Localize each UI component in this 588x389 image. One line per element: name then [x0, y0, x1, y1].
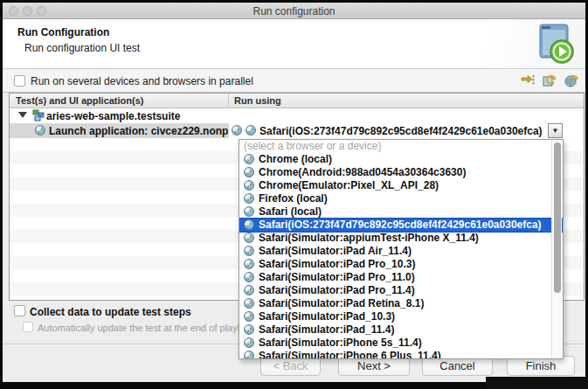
dropdown-option[interactable]: Safari(Simulator:iPhone 5s_11.4): [239, 337, 563, 350]
dropdown-option[interactable]: Safari(iOS:273f47d79c892c95cd8ef4f2429c6…: [239, 219, 563, 232]
dropdown-option[interactable]: Safari(Simulator:iPad Retina_8.1): [239, 297, 563, 310]
dropdown-option-label: Safari(Simulator:appiumTest-iPhone X_11.…: [259, 232, 479, 244]
dropdown-placeholder-option[interactable]: (select a browser or a device): [239, 140, 563, 153]
refresh-browser-icon[interactable]: [564, 73, 578, 87]
dropdown-option[interactable]: Safari(Simulator:iPad Air_11.4): [239, 245, 563, 258]
dropdown-option-label: Safari(Simulator:iPad Pro_11.4): [259, 284, 415, 296]
dropdown-option-label: Firefox (local): [259, 192, 328, 205]
scrollbar-thumb[interactable]: [554, 142, 561, 293]
dropdown-option[interactable]: Safari(Simulator:appiumTest-iPhone X_11.…: [239, 232, 563, 245]
run-using-combobox[interactable]: Safari(iOS:273f47d79c892c95cd8ef4f2429c6…: [229, 123, 584, 138]
dropdown-option-label: Safari(Simulator:iPad Air_11.4): [259, 245, 412, 257]
dropdown-option-label: Safari(Simulator:iPad Retina_8.1): [259, 297, 424, 309]
dropdown-option-label: Safari(Simulator:iPhone 5s_11.4): [259, 337, 422, 349]
globe-icon: [244, 154, 254, 164]
globe-icon: [244, 351, 254, 359]
globe-icon: [244, 206, 254, 217]
globe-icon: [244, 298, 254, 309]
dropdown-option-label: Safari(Simulator:iPad Pro_11.0): [259, 271, 415, 283]
page-subtitle: Run configuration UI test: [24, 42, 140, 54]
column-header-tests[interactable]: Test(s) and UI application(s): [16, 95, 143, 106]
dropdown-option-label: Safari (local): [259, 205, 322, 218]
background-window-edge: [486, 377, 588, 389]
dropdown-option[interactable]: Firefox (local): [239, 192, 563, 205]
dropdown-option[interactable]: Safari(Simulator:iPad Pro_10.3): [239, 258, 563, 271]
dropdown-option-label: Chrome(Android:988ad0454a30364c3630): [259, 166, 466, 178]
globe-icon: [244, 193, 254, 204]
globe-icon: [244, 167, 254, 177]
launch-application-label: Launch application: civcez229.nonpr...: [49, 125, 228, 137]
dropdown-option-label: (select a browser or a device): [244, 140, 381, 152]
dropdown-option[interactable]: Safari (local): [239, 205, 563, 219]
dropdown-option-label: Safari(Simulator:iPad Pro_10.3): [259, 258, 415, 270]
globe-icon: [244, 285, 254, 295]
chevron-down-icon[interactable]: [18, 112, 27, 118]
dropdown-option-label: Safari(iOS:273f47d79c892c95cd8ef4f2429c6…: [259, 219, 542, 231]
testsuite-label: aries-web-sample.testsuite: [46, 110, 180, 122]
testsuite-icon: [32, 109, 45, 122]
dropdown-option[interactable]: Chrome(Emulator:Pixel_XL_API_28): [239, 179, 563, 192]
collect-data-checkbox[interactable]: [14, 305, 25, 316]
parallel-checkbox[interactable]: [14, 75, 25, 87]
browser-device-dropdown-list: (select a browser or a device)Chrome (lo…: [239, 139, 564, 359]
globe-icon: [244, 272, 254, 282]
dropdown-scrollbar[interactable]: [551, 141, 562, 359]
combobox-value: Safari(iOS:273f47d79c892c95cd8ef4f2429c6…: [259, 125, 547, 137]
run-configuration-dialog: Run configuration Run Configuration Run …: [3, 3, 585, 382]
dropdown-option[interactable]: Safari(Simulator:iPhone 6 Plus_11.4): [239, 350, 563, 359]
column-header-run-using[interactable]: Run using: [234, 95, 281, 106]
globe-icon: [244, 337, 254, 348]
run-wizard-icon: [535, 23, 575, 65]
combobox-dropdown-button[interactable]: ▼: [548, 123, 563, 138]
dropdown-option[interactable]: Safari(Simulator:iPad_11.4): [239, 323, 563, 337]
dropdown-option-label: Chrome (local): [259, 153, 332, 165]
dropdown-option[interactable]: Safari(Simulator:iPad Pro_11.4): [239, 284, 563, 297]
page-title: Run Configuration: [17, 26, 109, 38]
dropdown-option-label: Safari(Simulator:iPad_10.3): [259, 310, 395, 323]
parallel-options-bar: Run on several devices and browsers in p…: [3, 69, 585, 93]
titlebar: Run configuration: [3, 3, 585, 19]
dropdown-option[interactable]: Safari(Simulator:iPad_10.3): [239, 310, 563, 323]
auto-update-checkbox[interactable]: [23, 322, 33, 332]
dropdown-option-label: Safari(Simulator:iPad_11.4): [259, 323, 394, 336]
table-header: Test(s) and UI application(s) Run using: [10, 94, 584, 108]
globe-icon: [244, 180, 254, 191]
collect-data-label: Collect data to update test steps: [30, 306, 191, 318]
refresh-application-icon[interactable]: [543, 73, 557, 87]
sync-arrows-icon[interactable]: [521, 74, 535, 87]
globe-icon: [244, 324, 254, 335]
dropdown-option-label: Safari(Simulator:iPhone 6 Plus_11.4): [259, 350, 441, 359]
globe-icon: [232, 125, 242, 135]
dropdown-option-label: Chrome(Emulator:Pixel_XL_API_28): [259, 179, 439, 191]
column-divider[interactable]: [228, 94, 229, 108]
auto-update-label: Automatically update the test at the end…: [38, 323, 258, 333]
table-row-testsuite[interactable]: aries-web-sample.testsuite: [10, 108, 584, 123]
globe-icon: [244, 233, 254, 243]
toolbar-icons: [521, 73, 578, 87]
dropdown-option[interactable]: Chrome(Android:988ad0454a30364c3630): [239, 166, 563, 179]
globe-icon: [35, 125, 45, 135]
globe-icon: [244, 219, 254, 230]
parallel-checkbox-label: Run on several devices and browsers in p…: [31, 75, 253, 87]
globe-icon: [246, 125, 256, 135]
dropdown-option[interactable]: Safari(Simulator:iPad Pro_11.0): [239, 271, 563, 284]
table-row-launch-application[interactable]: Launch application: civcez229.nonpr... S…: [10, 123, 584, 138]
globe-icon: [244, 246, 254, 256]
globe-icon: [244, 311, 254, 322]
wizard-header: Run Configuration Run configuration UI t…: [3, 19, 585, 69]
dropdown-items: (select a browser or a device)Chrome (lo…: [239, 140, 563, 359]
globe-icon: [244, 259, 254, 269]
window-title: Run configuration: [3, 5, 585, 17]
dropdown-option[interactable]: Chrome (local): [239, 153, 563, 166]
